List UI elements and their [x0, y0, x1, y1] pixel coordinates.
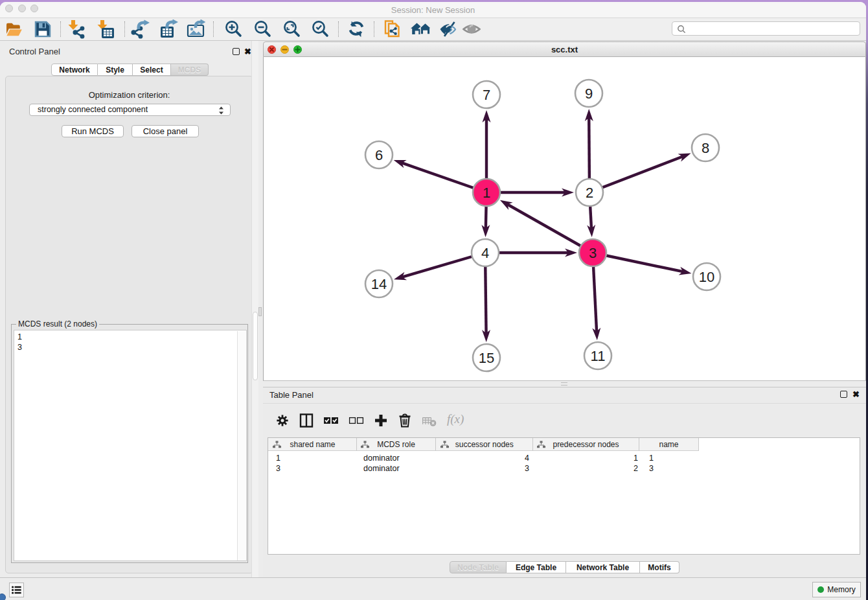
svg-text:3: 3	[589, 245, 597, 261]
svg-text:14: 14	[371, 276, 387, 292]
svg-text:4: 4	[481, 245, 489, 261]
svg-text:9: 9	[585, 86, 593, 102]
svg-text:10: 10	[699, 269, 714, 285]
svg-text:1: 1	[483, 185, 490, 201]
svg-text:8: 8	[702, 140, 709, 156]
svg-text:11: 11	[591, 348, 606, 364]
svg-text:6: 6	[375, 147, 383, 163]
svg-text:15: 15	[479, 350, 494, 366]
svg-text:7: 7	[483, 87, 490, 103]
svg-text:2: 2	[586, 185, 593, 201]
